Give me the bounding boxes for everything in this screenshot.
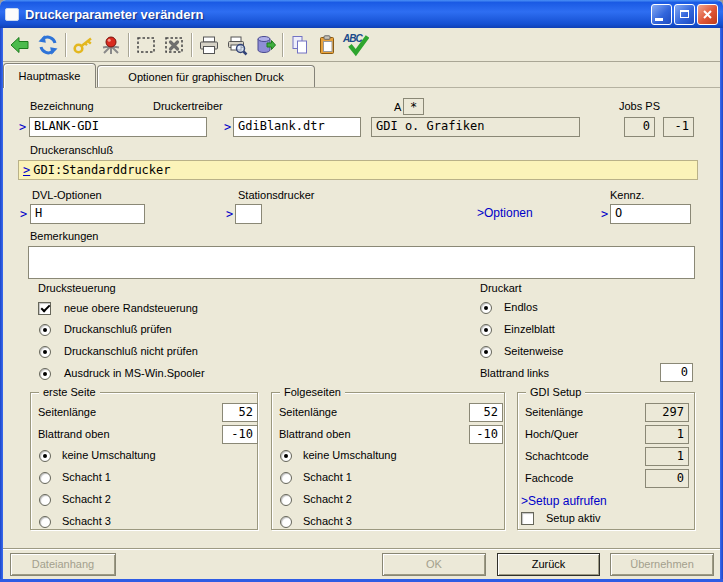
erste-seite-keine-umschaltung-label[interactable]: keine Umschaltung [62, 449, 156, 461]
erste-seite-keine-umschaltung-radio[interactable] [39, 450, 51, 462]
folgeseiten-schacht3-radio[interactable] [280, 516, 292, 528]
druckeranschluss-input[interactable]: > GDI:Standarddrucker [18, 160, 698, 180]
dvl-optionen-input[interactable]: H [30, 204, 145, 224]
close-button[interactable] [697, 4, 718, 25]
blattrand-links-input[interactable]: 0 [660, 363, 693, 382]
jobs-ps-label: Jobs PS [619, 100, 660, 112]
clear-selection-button[interactable] [160, 31, 188, 59]
druckanschluss-nicht-pruefen-label[interactable]: Druckanschluß nicht prüfen [64, 345, 198, 357]
key-button[interactable] [69, 31, 97, 59]
seitenweise-label[interactable]: Seitenweise [504, 345, 563, 357]
dvl-optionen-lookup-prompt[interactable]: > [20, 207, 27, 221]
erste-seite-seitenlaenge-label: Seitenlänge [38, 406, 96, 418]
spellcheck-button[interactable]: ABC [342, 31, 370, 59]
erste-seite-title: erste Seite [39, 386, 100, 398]
stationsdrucker-lookup-prompt[interactable]: > [226, 207, 233, 221]
setup-aktiv-label[interactable]: Setup aktiv [546, 512, 600, 524]
bezeichnung-lookup-prompt[interactable]: > [19, 120, 26, 134]
erste-seite-blattrand-oben-input[interactable]: -10 [222, 425, 258, 444]
paste-button[interactable] [314, 31, 342, 59]
druckertreiber-input[interactable]: GdiBlank.dtr [233, 117, 361, 137]
folgeseiten-blattrand-oben-input[interactable]: -10 [469, 425, 503, 444]
copy-icon [289, 34, 311, 56]
spellcheck-check-icon [347, 35, 369, 57]
folgeseiten-keine-umschaltung-radio[interactable] [280, 450, 292, 462]
toolbar: ABC [3, 28, 720, 62]
toolbar-separator [128, 33, 129, 57]
close-icon [702, 9, 713, 20]
einzelblatt-label[interactable]: Einzelblatt [504, 323, 555, 335]
endlos-radio[interactable] [480, 302, 492, 314]
kennz-lookup-prompt[interactable]: > [601, 207, 608, 221]
folgeseiten-schacht2-radio[interactable] [280, 494, 292, 506]
bezeichnung-label: Bezeichnung [30, 100, 94, 112]
einzelblatt-radio[interactable] [480, 324, 492, 336]
optionen-link[interactable]: >Optionen [477, 206, 533, 220]
bemerkungen-input[interactable] [28, 246, 695, 279]
clear-selection-icon [163, 34, 185, 56]
druckanschluss-pruefen-label[interactable]: Druckanschluß prüfen [64, 323, 172, 335]
refresh-icon [37, 34, 59, 56]
neue-randsteuerung-label[interactable]: neue obere Randsteuerung [64, 302, 198, 314]
folgeseiten-schacht2-label[interactable]: Schacht 2 [303, 493, 352, 505]
key-icon [72, 34, 94, 56]
druckeranschluss-lookup-prompt[interactable]: > [23, 163, 30, 178]
tab-label: Hauptmaske [19, 70, 81, 82]
print-icon [198, 34, 220, 56]
folgeseiten-seitenlaenge-input[interactable]: 52 [469, 403, 503, 422]
gdi-schachtcode-label: Schachtcode [525, 450, 589, 462]
druckertreiber-lookup-prompt[interactable]: > [224, 120, 231, 134]
back-button[interactable] [6, 31, 34, 59]
print-preview-button[interactable] [223, 31, 251, 59]
gdi-hoch-quer-field: 1 [645, 425, 689, 444]
seitenweise-radio[interactable] [480, 346, 492, 358]
zurueck-button[interactable]: Zurück [497, 553, 600, 576]
titlebar[interactable]: Druckerparameter verändern [0, 0, 723, 28]
folgeseiten-seitenlaenge-label: Seitenlänge [279, 406, 337, 418]
copy-button[interactable] [286, 31, 314, 59]
kennz-input[interactable]: O [610, 204, 691, 224]
druckanschluss-pruefen-radio[interactable] [39, 324, 51, 336]
endlos-label[interactable]: Endlos [504, 301, 538, 313]
folgeseiten-keine-umschaltung-label[interactable]: keine Umschaltung [303, 449, 397, 461]
uebernehmen-button: Übernehmen [610, 553, 714, 576]
setup-aufrufen-link[interactable]: >Setup aufrufen [521, 494, 607, 508]
neue-randsteuerung-checkbox[interactable] [38, 302, 51, 315]
window-title: Druckerparameter verändern [25, 7, 649, 22]
window-frame-left [0, 28, 3, 582]
ms-win-spooler-label[interactable]: Ausdruck in MS-Win.Spooler [64, 367, 205, 379]
erste-seite-schacht1-label[interactable]: Schacht 1 [62, 471, 111, 483]
erste-seite-schacht2-radio[interactable] [39, 494, 51, 506]
folgeseiten-schacht1-label[interactable]: Schacht 1 [303, 471, 352, 483]
toolbar-separator [191, 33, 192, 57]
toolbar-separator [282, 33, 283, 57]
export-data-button[interactable] [251, 31, 279, 59]
refresh-button[interactable] [34, 31, 62, 59]
tab-optionen-graphischer-druck[interactable]: Optionen für graphischen Druck [97, 65, 315, 87]
bemerkungen-label: Bemerkungen [30, 230, 99, 242]
erste-seite-schacht3-label[interactable]: Schacht 3 [62, 515, 111, 527]
print-button[interactable] [195, 31, 223, 59]
app-icon [5, 8, 19, 21]
drucksteuerung-title: Drucksteuerung [38, 282, 116, 294]
erste-seite-seitenlaenge-input[interactable]: 52 [222, 403, 258, 422]
jobs-field: 0 [624, 117, 655, 137]
maximize-button[interactable] [674, 4, 695, 25]
erste-seite-schacht3-radio[interactable] [39, 516, 51, 528]
select-region-button[interactable] [132, 31, 160, 59]
druckanschluss-nicht-pruefen-radio[interactable] [39, 346, 51, 358]
folgeseiten-schacht1-radio[interactable] [280, 472, 292, 484]
stationsdrucker-input[interactable] [235, 204, 262, 224]
erste-seite-schacht2-label[interactable]: Schacht 2 [62, 493, 111, 505]
bezeichnung-input[interactable]: BLANK-GDI [29, 117, 207, 137]
ms-win-spooler-radio[interactable] [39, 368, 51, 380]
setup-aktiv-checkbox[interactable] [521, 512, 534, 525]
export-data-icon [254, 34, 276, 56]
folgeseiten-schacht3-label[interactable]: Schacht 3 [303, 515, 352, 527]
erste-seite-schacht1-radio[interactable] [39, 472, 51, 484]
minimize-icon [655, 18, 663, 21]
tab-hauptmaske[interactable]: Hauptmaske [3, 63, 96, 88]
minimize-button[interactable] [651, 4, 672, 25]
pin-button[interactable] [97, 31, 125, 59]
toolbar-separator [65, 33, 66, 57]
